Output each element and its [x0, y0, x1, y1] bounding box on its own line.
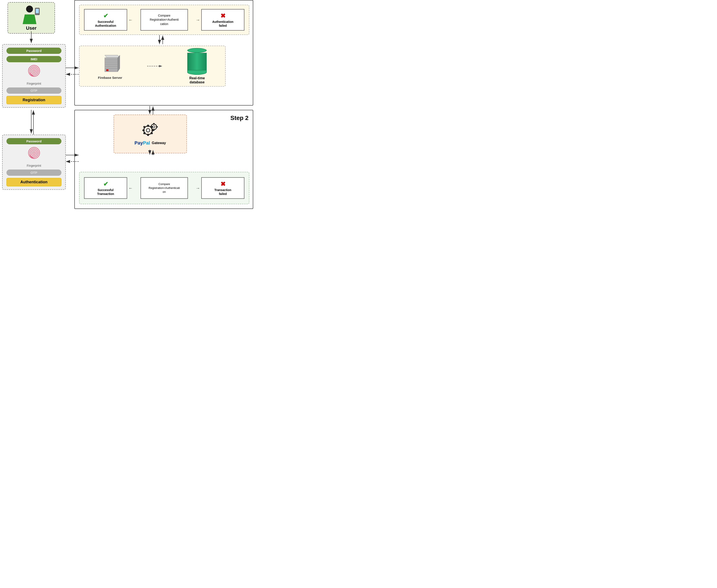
- database-container: Real-timedatabase: [187, 48, 207, 84]
- paypal-row: PayPal Gateway: [135, 140, 166, 146]
- svg-rect-29: [142, 129, 145, 131]
- step2-box: Step 2: [74, 110, 253, 209]
- password-pill-auth: Password: [6, 138, 61, 144]
- svg-marker-14: [105, 55, 120, 58]
- gateway-label: Gateway: [152, 141, 166, 145]
- success-auth-box: ✔ SuccessfulAuthentication: [84, 9, 127, 30]
- paypal-logo: PayPal: [135, 140, 150, 146]
- main-diagram: User Password IMEI Fingerprint OTP Regis…: [0, 0, 259, 211]
- svg-rect-39: [150, 126, 152, 127]
- arrow-right-step1: →: [196, 18, 200, 22]
- cylinder-body: [187, 53, 207, 70]
- cylinder-icon: [187, 48, 207, 75]
- cylinder-top: [187, 48, 207, 53]
- auth-fail-label: Authenticationfailed: [212, 20, 233, 27]
- compare-area-step2: ✔ SuccessfulTransaction ← CompareRegistr…: [79, 172, 249, 204]
- svg-point-0: [26, 6, 33, 13]
- svg-rect-31: [143, 126, 146, 129]
- gears-svg: [141, 122, 160, 137]
- firebase-server: Firebase Server: [98, 53, 122, 80]
- firebase-area: Firebase Server Real-timedatabase: [79, 46, 226, 87]
- firebase-label: Firebase Server: [98, 76, 122, 80]
- auth-fail-box: ✖ Authenticationfailed: [201, 9, 244, 30]
- otp-pill-reg: OTP: [6, 87, 61, 94]
- fingerprint-icon-auth: [6, 146, 61, 162]
- authentication-box: Password Fingerprint OTP Authentication: [2, 134, 66, 190]
- fingerprint-svg-auth: [27, 146, 41, 160]
- svg-marker-1: [23, 15, 36, 24]
- check-icon-step1: ✔: [103, 12, 108, 20]
- svg-rect-37: [153, 123, 155, 125]
- server-db-arrow: [146, 64, 163, 68]
- svg-point-13: [34, 152, 35, 153]
- cylinder-bottom: [187, 70, 207, 75]
- svg-point-8: [34, 70, 35, 71]
- imei-pill: IMEI: [6, 56, 61, 62]
- arrow-left-step1: ←: [128, 18, 133, 22]
- registration-button[interactable]: Registration: [6, 96, 61, 104]
- paypal-p: Pay: [135, 140, 143, 146]
- fingerprint-label-reg: Fingerprint: [6, 82, 61, 85]
- compare-area-step1: ✔ SuccessfulAuthentication ← CompareRegi…: [79, 5, 249, 35]
- step2-label: Step 2: [230, 114, 248, 122]
- svg-rect-40: [156, 126, 158, 127]
- server-svg: [102, 53, 121, 75]
- user-figure: [10, 5, 53, 24]
- user-box: User: [7, 2, 55, 34]
- password-pill: Password: [6, 48, 61, 54]
- check-icon-step2: ✔: [103, 180, 108, 188]
- success-auth-label: SuccessfulAuthentication: [95, 20, 116, 27]
- svg-marker-16: [118, 55, 120, 72]
- svg-rect-3: [36, 9, 39, 13]
- fingerprint-icon-reg: [6, 64, 61, 80]
- svg-marker-24: [159, 65, 162, 67]
- paypal-pal: Pal: [143, 140, 150, 146]
- svg-rect-38: [153, 129, 155, 131]
- fingerprint-svg-reg: [27, 64, 41, 77]
- dashed-arrow-svg: [146, 64, 163, 68]
- authentication-button[interactable]: Authentication: [6, 178, 61, 186]
- registration-box: Password IMEI Fingerprint OTP Registrati…: [2, 44, 66, 108]
- arrow-right-step2: →: [196, 186, 200, 191]
- transaction-fail-box: ✖ Transactionfailed: [201, 177, 244, 199]
- gears-icon: [141, 122, 160, 138]
- svg-rect-27: [147, 125, 149, 127]
- paypal-area: PayPal Gateway: [114, 114, 187, 153]
- cross-icon-step2: ✖: [221, 180, 225, 188]
- step1-box: Step 1 ✔ SuccessfulAuthentication ← Comp…: [74, 0, 253, 106]
- compare-label-step1: CompareRegistration=Authentication: [150, 14, 179, 26]
- database-label: Real-timedatabase: [189, 76, 205, 84]
- server-3d-icon: [102, 53, 119, 75]
- svg-point-26: [146, 129, 150, 132]
- user-avatar-svg: [20, 5, 42, 24]
- svg-rect-28: [147, 134, 149, 136]
- transaction-fail-label: Transactionfailed: [214, 188, 231, 196]
- svg-rect-22: [106, 69, 108, 71]
- fingerprint-label-auth: Fingerprint: [6, 164, 61, 167]
- otp-pill-auth: OTP: [6, 169, 61, 176]
- success-transaction-label: SuccessfulTransaction: [97, 188, 114, 196]
- compare-label-step2: CompareRegistration=Authentication: [149, 182, 180, 194]
- svg-point-36: [153, 126, 155, 128]
- compare-box-step1: CompareRegistration=Authentication: [141, 9, 188, 30]
- success-transaction-box: ✔ SuccessfulTransaction: [84, 177, 127, 199]
- user-label: User: [10, 25, 53, 31]
- compare-box-step2: CompareRegistration=Authentication: [141, 177, 188, 199]
- cross-icon-step1: ✖: [221, 12, 225, 20]
- arrow-left-step2: ←: [128, 186, 133, 191]
